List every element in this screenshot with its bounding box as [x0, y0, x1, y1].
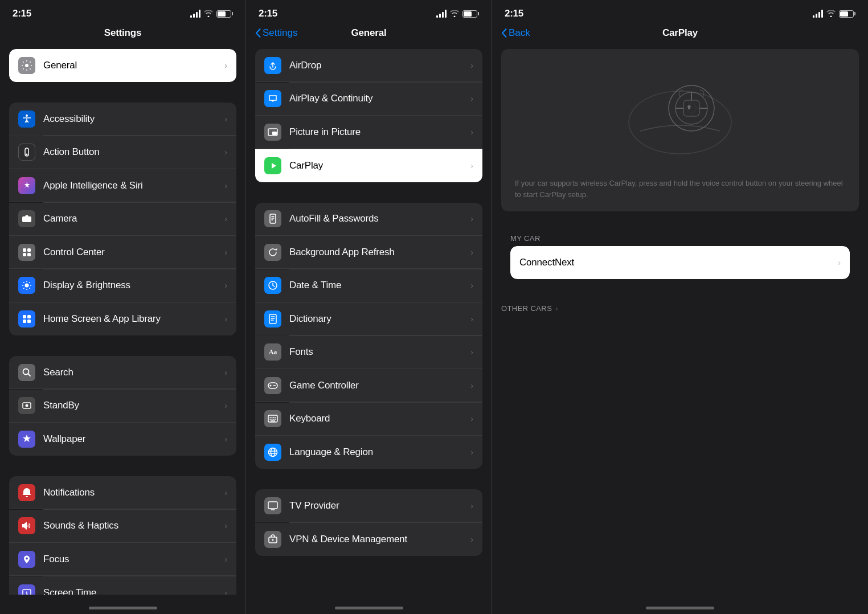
svg-rect-11 — [23, 315, 26, 318]
settings-item-screen-time[interactable]: Screen Time › — [9, 576, 236, 595]
settings-item-focus[interactable]: Focus › — [9, 543, 236, 576]
settings-item-camera[interactable]: Camera › — [9, 203, 236, 236]
svg-point-28 — [273, 385, 275, 386]
svg-point-31 — [271, 448, 275, 457]
settings-item-language[interactable]: Language & Region › — [255, 436, 482, 469]
general-list: AirDrop › AirPlay & Continuity › Picture… — [246, 44, 492, 595]
settings-item-wallpaper[interactable]: Wallpaper › — [9, 423, 236, 456]
settings-item-keyboard[interactable]: Keyboard › — [255, 403, 482, 436]
settings-item-airplay[interactable]: AirPlay & Continuity › — [255, 83, 482, 116]
settings-item-display-brightness[interactable]: Display & Brightness › — [9, 269, 236, 302]
wallpaper-label: Wallpaper — [43, 433, 224, 445]
back-button-2[interactable]: Settings — [255, 27, 297, 39]
car-svg — [617, 63, 743, 159]
carplay-hint-text: If your car supports wireless CarPlay, p… — [513, 178, 847, 200]
svg-rect-21 — [272, 132, 277, 135]
home-screen-icon — [18, 310, 35, 328]
airplay-icon — [264, 90, 281, 107]
home-screen-label: Home Screen & App Library — [43, 313, 224, 325]
back-button-3[interactable]: Back — [501, 27, 530, 39]
focus-icon — [18, 551, 35, 568]
other-cars-section[interactable]: OTHER CARS › — [501, 304, 859, 313]
nav-header-1: Settings — [0, 24, 245, 44]
signal-icon-2 — [436, 10, 447, 18]
date-time-label: Date & Time — [289, 280, 470, 291]
carplay-content: If your car supports wireless CarPlay, p… — [492, 44, 868, 595]
control-center-label: Control Center — [43, 247, 224, 258]
settings-item-sounds[interactable]: Sounds & Haptics › — [9, 510, 236, 543]
search-label: Search — [43, 367, 224, 378]
focus-label: Focus — [43, 554, 224, 565]
settings-group-2: Accessibility › Action Button › Apple In… — [9, 103, 236, 335]
svg-rect-32 — [268, 502, 277, 509]
signal-icon-3 — [813, 10, 823, 18]
settings-item-control-center[interactable]: Control Center › — [9, 236, 236, 269]
nav-header-2: Settings General — [246, 24, 492, 44]
general-group-3: TV Provider › VPN & Device Management › — [255, 489, 482, 556]
home-indicator-1 — [0, 595, 245, 614]
my-car-item[interactable]: ConnectNext › — [510, 246, 850, 279]
svg-marker-22 — [272, 163, 276, 169]
general-group-1: AirDrop › AirPlay & Continuity › Picture… — [255, 49, 482, 182]
carplay-icon — [264, 157, 281, 174]
notifications-label: Notifications — [43, 487, 224, 498]
bg-refresh-icon — [264, 244, 281, 261]
keyboard-label: Keyboard — [289, 413, 470, 424]
svg-rect-6 — [23, 248, 26, 252]
standby-label: StandBy — [43, 400, 224, 411]
autofill-icon — [264, 210, 281, 227]
settings-item-tv-provider[interactable]: TV Provider › — [255, 489, 482, 522]
autofill-label: AutoFill & Passwords — [289, 213, 470, 224]
settings-item-vpn[interactable]: VPN & Device Management › — [255, 523, 482, 556]
sounds-icon — [18, 517, 35, 534]
general-label: General — [43, 60, 224, 71]
settings-item-carplay[interactable]: CarPlay › — [255, 149, 482, 182]
general-chevron: › — [224, 61, 227, 70]
carplay-panel: 2:15 Back CarPlay — [492, 0, 868, 614]
carplay-hero-group: If your car supports wireless CarPlay, p… — [501, 49, 859, 211]
date-time-icon — [264, 277, 281, 294]
settings-item-action-button[interactable]: Action Button › — [9, 136, 236, 169]
action-button-icon — [18, 144, 35, 161]
settings-item-fonts[interactable]: Aa Fonts › — [255, 336, 482, 369]
search-icon — [18, 364, 35, 381]
dictionary-label: Dictionary — [289, 313, 470, 325]
my-car-name: ConnectNext — [519, 257, 838, 268]
settings-item-bg-refresh[interactable]: Background App Refresh › — [255, 236, 482, 269]
battery-icon-3 — [839, 10, 855, 18]
settings-list-1: General › Accessibility › Action Button … — [0, 44, 245, 595]
settings-group-3: Search › StandBy › Wallpaper › — [9, 356, 236, 456]
svg-point-10 — [25, 284, 29, 288]
settings-item-game-controller[interactable]: Game Controller › — [255, 369, 482, 402]
apple-intelligence-icon — [18, 177, 35, 194]
screen-time-label: Screen Time — [43, 587, 224, 595]
svg-point-27 — [275, 385, 276, 386]
settings-item-home-screen[interactable]: Home Screen & App Library › — [9, 302, 236, 335]
settings-item-dictionary[interactable]: Dictionary › — [255, 302, 482, 335]
settings-item-airdrop[interactable]: AirDrop › — [255, 49, 482, 82]
other-cars-label: OTHER CARS — [501, 304, 552, 313]
settings-item-autofill[interactable]: AutoFill & Passwords › — [255, 203, 482, 236]
display-brightness-label: Display & Brightness — [43, 280, 224, 291]
svg-rect-12 — [27, 315, 31, 318]
settings-item-accessibility[interactable]: Accessibility › — [9, 103, 236, 136]
settings-item-apple-intelligence[interactable]: Apple Intelligence & Siri › — [9, 169, 236, 202]
my-car-chevron: › — [838, 258, 841, 267]
control-center-icon — [18, 244, 35, 261]
settings-item-pip[interactable]: Picture in Picture › — [255, 116, 482, 149]
back-label-2: Settings — [263, 27, 297, 39]
svg-rect-25 — [269, 314, 276, 324]
settings-item-date-time[interactable]: Date & Time › — [255, 269, 482, 302]
fonts-icon: Aa — [264, 343, 281, 361]
sounds-label: Sounds & Haptics — [43, 520, 224, 531]
settings-item-general[interactable]: General › — [9, 49, 236, 82]
svg-rect-8 — [23, 253, 26, 256]
my-car-group: ConnectNext › — [510, 246, 850, 279]
tv-provider-icon — [264, 497, 281, 514]
settings-item-search[interactable]: Search › — [9, 356, 236, 389]
settings-group-general: General › — [9, 49, 236, 82]
svg-point-30 — [269, 448, 277, 457]
settings-item-standby[interactable]: StandBy › — [9, 390, 236, 423]
settings-item-notifications[interactable]: Notifications › — [9, 476, 236, 509]
vpn-icon — [264, 531, 281, 548]
